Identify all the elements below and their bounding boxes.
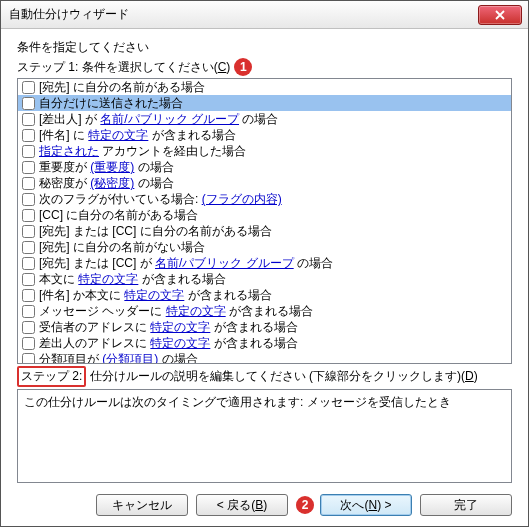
condition-checkbox[interactable] [22, 129, 35, 142]
condition-checkbox[interactable] [22, 353, 35, 365]
condition-item[interactable]: [件名] に 特定の文字 が含まれる場合 [18, 127, 511, 143]
condition-link[interactable]: 特定の文字 [88, 128, 148, 142]
condition-checkbox[interactable] [22, 273, 35, 286]
condition-item[interactable]: 指定された アカウントを経由した場合 [18, 143, 511, 159]
condition-text: 重要度が (重要度) の場合 [39, 159, 174, 175]
condition-link[interactable]: 特定の文字 [78, 272, 138, 286]
condition-checkbox[interactable] [22, 81, 35, 94]
condition-text: [件名] か本文に 特定の文字 が含まれる場合 [39, 287, 272, 303]
titlebar-title: 自動仕分けウィザード [9, 6, 129, 23]
condition-checkbox[interactable] [22, 225, 35, 238]
condition-link[interactable]: (フラグの内容) [202, 192, 282, 206]
condition-text: 次のフラグが付いている場合: (フラグの内容) [39, 191, 282, 207]
close-button[interactable] [478, 5, 522, 25]
condition-text: [差出人] が 名前/パブリック グループ の場合 [39, 111, 278, 127]
content-area: 条件を指定してください ステップ 1: 条件を選択してください(C) 1 [宛先… [1, 29, 528, 483]
condition-item[interactable]: [宛先] または [CC] が 名前/パブリック グループ の場合 [18, 255, 511, 271]
condition-checkbox[interactable] [22, 257, 35, 270]
condition-text: [CC] に自分の名前がある場合 [39, 207, 198, 223]
condition-list[interactable]: [宛先] に自分の名前がある場合自分だけに送信された場合[差出人] が 名前/パ… [17, 78, 512, 364]
condition-checkbox[interactable] [22, 193, 35, 206]
condition-text: [件名] に 特定の文字 が含まれる場合 [39, 127, 236, 143]
rule-description-text: この仕分けルールは次のタイミングで適用されます: メッセージを受信したとき [24, 395, 451, 409]
back-button[interactable]: < 戻る(B) [196, 494, 288, 516]
condition-item[interactable]: 分類項目が (分類項目) の場合 [18, 351, 511, 364]
condition-link[interactable]: 名前/パブリック グループ [155, 256, 294, 270]
condition-link[interactable]: 名前/パブリック グループ [100, 112, 239, 126]
condition-item[interactable]: 自分だけに送信された場合 [18, 95, 511, 111]
next-button-wrap: 2 次へ(N) > [296, 494, 412, 516]
condition-checkbox[interactable] [22, 145, 35, 158]
condition-link[interactable]: (分類項目) [102, 352, 158, 364]
wizard-window: 自動仕分けウィザード 条件を指定してください ステップ 1: 条件を選択してくだ… [0, 0, 529, 527]
step2-line: ステップ 2: 仕分けルールの説明を編集してください (下線部分をクリックします… [17, 364, 512, 387]
condition-checkbox[interactable] [22, 209, 35, 222]
condition-item[interactable]: メッセージ ヘッダーに 特定の文字 が含まれる場合 [18, 303, 511, 319]
condition-link[interactable]: (秘密度) [90, 176, 134, 190]
button-row: キャンセル < 戻る(B) 2 次へ(N) > 完了 [17, 494, 512, 516]
condition-link[interactable]: 特定の文字 [150, 320, 210, 334]
condition-text: 本文に 特定の文字 が含まれる場合 [39, 271, 226, 287]
condition-text: 差出人のアドレスに 特定の文字 が含まれる場合 [39, 335, 298, 351]
condition-item[interactable]: 秘密度が (秘密度) の場合 [18, 175, 511, 191]
condition-text: [宛先] または [CC] に自分の名前がある場合 [39, 223, 272, 239]
condition-checkbox[interactable] [22, 289, 35, 302]
condition-checkbox[interactable] [22, 241, 35, 254]
finish-button[interactable]: 完了 [420, 494, 512, 516]
condition-text: 受信者のアドレスに 特定の文字 が含まれる場合 [39, 319, 298, 335]
condition-text: 秘密度が (秘密度) の場合 [39, 175, 174, 191]
step1-line: ステップ 1: 条件を選択してください(C) 1 [17, 58, 512, 76]
condition-text: メッセージ ヘッダーに 特定の文字 が含まれる場合 [39, 303, 313, 319]
condition-text: [宛先] または [CC] が 名前/パブリック グループ の場合 [39, 255, 333, 271]
condition-link[interactable]: (重要度) [90, 160, 134, 174]
condition-link[interactable]: 特定の文字 [166, 304, 226, 318]
condition-text: 指定された アカウントを経由した場合 [39, 143, 246, 159]
badge-2: 2 [296, 496, 314, 514]
condition-text: [宛先] に自分の名前がある場合 [39, 79, 205, 95]
condition-item[interactable]: 次のフラグが付いている場合: (フラグの内容) [18, 191, 511, 207]
condition-item[interactable]: [宛先] に自分の名前がない場合 [18, 239, 511, 255]
step1-label: ステップ 1: 条件を選択してください(C) [17, 59, 230, 76]
condition-item[interactable]: 重要度が (重要度) の場合 [18, 159, 511, 175]
condition-item[interactable]: [差出人] が 名前/パブリック グループ の場合 [18, 111, 511, 127]
condition-checkbox[interactable] [22, 321, 35, 334]
condition-item[interactable]: 差出人のアドレスに 特定の文字 が含まれる場合 [18, 335, 511, 351]
step2-boxed-text: ステップ 2: [21, 369, 82, 383]
condition-link[interactable]: 特定の文字 [124, 288, 184, 302]
badge-1: 1 [234, 58, 252, 76]
condition-checkbox[interactable] [22, 161, 35, 174]
close-icon [495, 10, 505, 20]
step2-highlight-box: ステップ 2: [17, 366, 86, 387]
condition-text: [宛先] に自分の名前がない場合 [39, 239, 205, 255]
condition-text: 分類項目が (分類項目) の場合 [39, 351, 198, 364]
condition-checkbox[interactable] [22, 97, 35, 110]
rule-description-box[interactable]: この仕分けルールは次のタイミングで適用されます: メッセージを受信したとき [17, 389, 512, 483]
condition-item[interactable]: [CC] に自分の名前がある場合 [18, 207, 511, 223]
condition-checkbox[interactable] [22, 305, 35, 318]
condition-link[interactable]: 特定の文字 [150, 336, 210, 350]
titlebar: 自動仕分けウィザード [1, 1, 528, 29]
condition-item[interactable]: [件名] か本文に 特定の文字 が含まれる場合 [18, 287, 511, 303]
condition-checkbox[interactable] [22, 177, 35, 190]
condition-checkbox[interactable] [22, 337, 35, 350]
condition-item[interactable]: 受信者のアドレスに 特定の文字 が含まれる場合 [18, 319, 511, 335]
step1-prompt: 条件を指定してください [17, 39, 512, 56]
condition-item[interactable]: [宛先] に自分の名前がある場合 [18, 79, 511, 95]
condition-link[interactable]: 指定された [39, 144, 99, 158]
condition-checkbox[interactable] [22, 113, 35, 126]
condition-item[interactable]: [宛先] または [CC] に自分の名前がある場合 [18, 223, 511, 239]
step2-rest: 仕分けルールの説明を編集してください (下線部分をクリックします)(D) [86, 369, 477, 383]
cancel-button[interactable]: キャンセル [96, 494, 188, 516]
condition-item[interactable]: 本文に 特定の文字 が含まれる場合 [18, 271, 511, 287]
condition-text: 自分だけに送信された場合 [39, 95, 183, 111]
next-button[interactable]: 次へ(N) > [320, 494, 412, 516]
